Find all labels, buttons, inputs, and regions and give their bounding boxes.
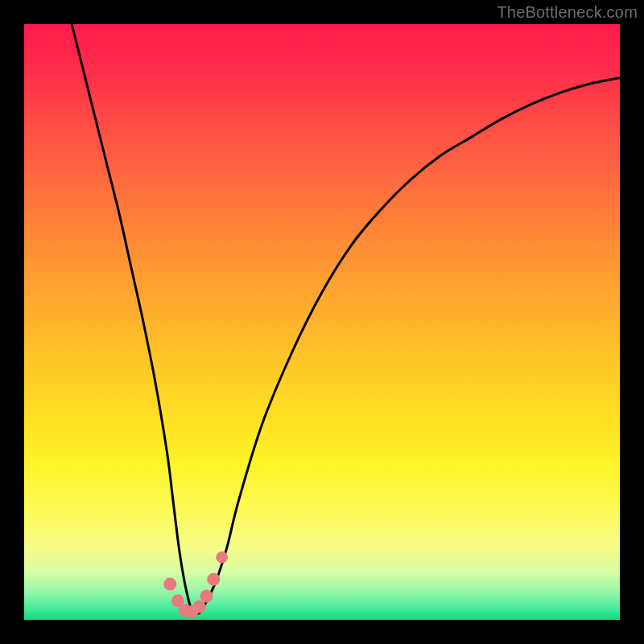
curve-svg xyxy=(24,24,620,620)
plot-area xyxy=(24,24,620,620)
highlight-dot xyxy=(200,589,213,602)
highlight-dot xyxy=(207,573,220,586)
highlight-dot xyxy=(193,601,206,613)
chart-frame: TheBottleneck.com xyxy=(0,0,644,644)
bottleneck-curve xyxy=(72,24,620,614)
highlight-dot xyxy=(216,551,228,564)
watermark-text: TheBottleneck.com xyxy=(497,3,638,22)
highlight-dot xyxy=(163,578,176,591)
highlight-dots xyxy=(163,551,228,618)
